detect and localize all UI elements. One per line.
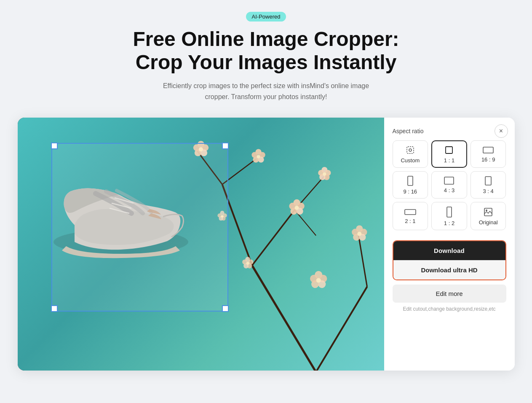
aspect-label-1-2: 1 : 2 — [444, 220, 454, 226]
aspect-ratio-grid: Custom 1 : 1 16 : 9 — [393, 140, 506, 230]
aspect-option-4-3[interactable]: 4 : 3 — [431, 171, 467, 199]
svg-point-62 — [409, 149, 412, 151]
crop-handle-bl[interactable] — [51, 305, 58, 312]
landscape-wide-icon — [483, 146, 494, 154]
square-icon — [444, 145, 454, 155]
svg-rect-61 — [407, 147, 414, 153]
aspect-label-2-1: 2 : 1 — [405, 218, 415, 224]
svg-rect-68 — [405, 210, 416, 215]
svg-rect-65 — [408, 176, 413, 185]
portrait-tall2-icon — [446, 207, 452, 218]
aspect-label-9-16: 9 : 16 — [404, 188, 417, 195]
aspect-option-original[interactable]: Original — [471, 202, 506, 230]
download-hd-button[interactable]: Download ultra HD — [393, 261, 505, 279]
svg-point-26 — [294, 206, 299, 210]
crop-handle-tl[interactable] — [51, 142, 58, 149]
svg-point-20 — [257, 155, 260, 158]
ai-badge: AI-Powered — [246, 12, 286, 21]
aspect-option-3-4[interactable]: 3 : 4 — [471, 171, 506, 199]
aspect-label-1-1: 1 : 1 — [444, 157, 454, 164]
aspect-label-4-3: 4 : 3 — [444, 187, 454, 193]
svg-rect-63 — [446, 147, 452, 153]
aspect-option-1-2[interactable]: 1 : 2 — [431, 202, 467, 230]
custom-icon — [406, 145, 415, 155]
aspect-label-16-9: 16 : 9 — [481, 156, 495, 163]
svg-point-19 — [251, 152, 257, 158]
svg-line-7 — [316, 287, 367, 371]
tool-container: × Aspect ratio Custom — [18, 118, 515, 371]
aspect-label-original: Original — [479, 219, 498, 226]
aspect-ratio-label: Aspect ratio — [393, 128, 506, 134]
landscape-wide2-icon — [404, 209, 416, 215]
hero-subtitle: Efficiently crop images to the perfect s… — [157, 81, 376, 102]
crop-handle-tr[interactable] — [222, 142, 229, 149]
svg-rect-67 — [485, 177, 491, 185]
svg-point-38 — [357, 231, 361, 236]
svg-rect-66 — [444, 177, 454, 184]
landscape-medium-icon — [444, 177, 454, 185]
portrait-tall-icon — [407, 176, 413, 186]
svg-line-8 — [358, 235, 367, 286]
svg-point-71 — [486, 210, 487, 211]
svg-line-2 — [252, 210, 294, 266]
aspect-option-custom[interactable]: Custom — [393, 140, 428, 168]
original-icon — [484, 207, 493, 217]
aspect-option-9-16[interactable]: 9 : 16 — [393, 171, 428, 199]
svg-point-50 — [316, 278, 321, 282]
svg-rect-69 — [447, 207, 452, 217]
aspect-option-1-1[interactable]: 1 : 1 — [431, 140, 467, 168]
crop-selection-box[interactable] — [51, 143, 228, 312]
crop-handle-br[interactable] — [222, 305, 229, 312]
download-group: Download Download ultra HD — [393, 240, 506, 280]
side-panel: × Aspect ratio Custom — [384, 118, 515, 371]
svg-rect-64 — [483, 147, 493, 153]
aspect-label-3-4: 3 : 4 — [483, 188, 494, 194]
edit-hint: Edit cutout,change background,resize,etc — [393, 306, 506, 312]
aspect-option-16-9[interactable]: 16 : 9 — [471, 140, 506, 168]
portrait-medium-icon — [485, 176, 492, 185]
aspect-label-custom: Custom — [401, 157, 420, 164]
svg-line-0 — [252, 265, 316, 370]
aspect-option-2-1[interactable]: 2 : 1 — [393, 202, 428, 230]
close-button[interactable]: × — [495, 124, 508, 138]
hero-title: Free Online Image Cropper: Crop Your Ima… — [119, 27, 414, 74]
svg-point-32 — [323, 172, 326, 176]
edit-more-button[interactable]: Edit more — [393, 285, 506, 303]
canvas-area — [18, 118, 384, 371]
svg-point-44 — [246, 262, 249, 265]
download-button[interactable]: Download — [393, 241, 505, 261]
